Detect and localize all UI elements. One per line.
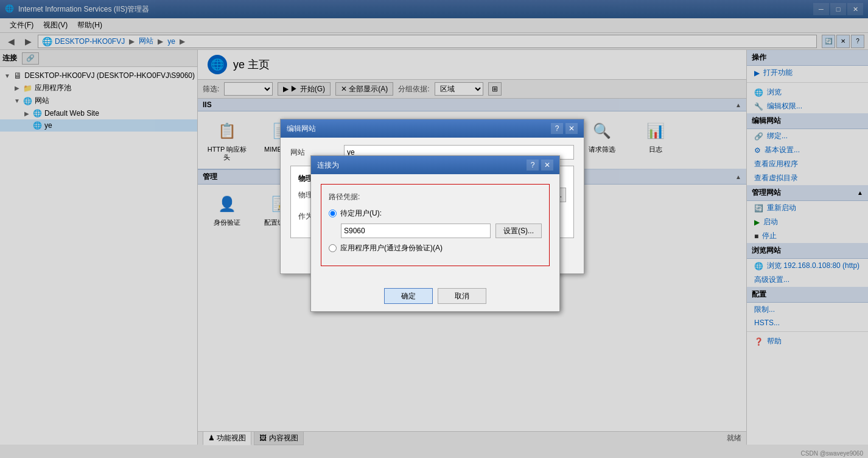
connect-dialog-close-btn[interactable]: ✕ <box>541 160 553 171</box>
app-user-radio[interactable] <box>329 244 337 252</box>
specific-user-row: 待定用户(U): <box>329 208 542 219</box>
settings-button[interactable]: 设置(S)... <box>495 224 542 238</box>
app-user-label: 应用程序用户(通过身份验证)(A) <box>340 243 443 253</box>
connect-cancel-button[interactable]: 取消 <box>438 288 486 304</box>
path-credentials-box: 路径凭据: 待定用户(U): 设置(S)... 应用程序用户(通过身份验证)(A… <box>321 184 550 266</box>
username-input[interactable] <box>341 224 491 238</box>
connect-dialog-help-btn[interactable]: ? <box>527 160 539 171</box>
connect-dialog-controls: ? ✕ <box>527 160 553 171</box>
connect-ok-button[interactable]: 确定 <box>384 288 433 304</box>
modal-overlay-1: 编辑网站 ? ✕ 网站 物理路径 物理路径: ... 作为: <box>0 0 868 458</box>
edit-dialog-title: 编辑网站 ? ✕ <box>281 119 584 138</box>
edit-dialog-help-btn[interactable]: ? <box>551 123 563 134</box>
credentials-title: 路径凭据: <box>329 192 542 202</box>
connect-as-dialog: 连接为 ? ✕ 路径凭据: 待定用户(U): 设置(S)... <box>310 155 560 312</box>
edit-dialog-close-btn[interactable]: ✕ <box>565 123 578 134</box>
edit-dialog-controls: ? ✕ <box>551 123 578 134</box>
specific-user-label: 待定用户(U): <box>340 208 382 219</box>
connect-dialog-footer: 确定 取消 <box>311 283 559 311</box>
connect-dialog-body: 路径凭据: 待定用户(U): 设置(S)... 应用程序用户(通过身份验证)(A… <box>311 174 559 283</box>
app-user-row: 应用程序用户(通过身份验证)(A) <box>329 243 542 253</box>
edit-dialog-title-text: 编辑网站 <box>287 124 316 134</box>
connect-dialog-title: 连接为 ? ✕ <box>311 156 559 174</box>
username-row: 设置(S)... <box>341 224 542 238</box>
specific-user-radio[interactable] <box>329 210 337 217</box>
connect-dialog-title-text: 连接为 <box>317 160 339 171</box>
